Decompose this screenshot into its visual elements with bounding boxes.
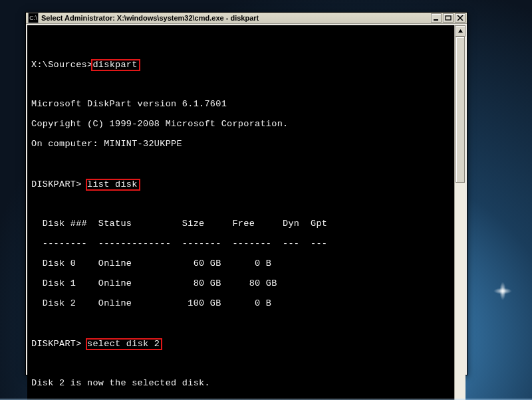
terminal-output[interactable]: X:\Sources>diskpart Microsoft DiskPart v… — [27, 25, 454, 400]
minimize-button[interactable] — [431, 13, 442, 23]
title-path: X:\windows\system32\cmd.exe - diskpart — [115, 14, 430, 22]
msg-selected: Disk 2 is now the selected disk. — [31, 378, 452, 388]
minimize-icon — [433, 15, 440, 21]
title-prefix: Select Administrator: — [41, 14, 115, 22]
disk-table-row: Disk 0 Online 60 GB 0 B — [31, 258, 452, 268]
close-button[interactable] — [455, 13, 466, 23]
maximize-icon — [445, 15, 452, 21]
disk-table-divider: -------- ------------- ------- ------- -… — [31, 239, 452, 249]
cmd-select-disk: select disk 2 — [86, 338, 162, 350]
banner-line: Microsoft DiskPart version 6.1.7601 — [31, 99, 452, 109]
vertical-scrollbar[interactable] — [454, 25, 466, 400]
chevron-up-icon — [458, 28, 464, 34]
banner-line: Copyright (C) 1999-2008 Microsoft Corpor… — [31, 119, 452, 129]
disk-table-header: Disk ### Status Size Free Dyn Gpt — [31, 219, 452, 229]
scroll-track[interactable] — [455, 37, 466, 400]
svg-rect-1 — [446, 16, 451, 20]
window-control-buttons — [430, 13, 466, 23]
cmd-diskpart: diskpart — [91, 59, 140, 71]
close-icon — [457, 15, 464, 21]
titlebar[interactable]: C:\ Select Administrator: X:\windows\sys… — [26, 13, 467, 24]
prompt: DISKPART> — [31, 179, 82, 189]
svg-rect-0 — [434, 19, 438, 21]
maximize-button[interactable] — [443, 13, 454, 23]
desktop-decor-icon — [493, 282, 512, 300]
scroll-thumb[interactable] — [456, 37, 465, 183]
disk-table-row: Disk 2 Online 100 GB 0 B — [31, 298, 452, 308]
window-client-area: X:\Sources>diskpart Microsoft DiskPart v… — [27, 25, 466, 400]
banner-line: On computer: MININT-32UKPPE — [31, 139, 452, 149]
cmd-icon: C:\ — [28, 13, 39, 23]
cmd-window: C:\ Select Administrator: X:\windows\sys… — [25, 12, 467, 375]
scroll-up-button[interactable] — [455, 25, 466, 37]
cmd-icon-text: C:\ — [29, 15, 37, 21]
prompt: DISKPART> — [31, 339, 82, 349]
disk-table-row: Disk 1 Online 80 GB 80 GB — [31, 278, 452, 288]
cmd-list-disk: list disk — [86, 179, 140, 191]
prompt: X:\Sources> — [31, 60, 92, 70]
